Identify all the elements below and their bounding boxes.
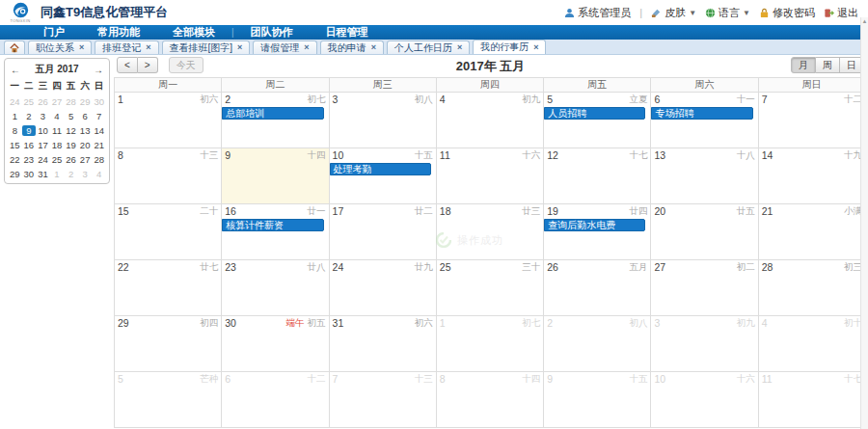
mini-next-month-button[interactable]: →: [94, 65, 103, 75]
mini-day[interactable]: 3: [36, 111, 50, 121]
mini-day[interactable]: 20: [78, 140, 93, 150]
logout-button[interactable]: 退出: [824, 6, 858, 20]
prev-month-button[interactable]: <: [117, 57, 138, 73]
day-cell[interactable]: 6十一专场招聘: [651, 93, 758, 148]
event-bar[interactable]: 专场招聘: [651, 107, 752, 120]
mini-day[interactable]: 2: [64, 169, 78, 179]
day-cell[interactable]: 16廿一核算计件薪资: [222, 204, 329, 260]
mini-day[interactable]: 11: [50, 125, 65, 136]
mini-day[interactable]: 26: [64, 154, 78, 165]
day-cell[interactable]: 10十五处理考勤: [329, 148, 436, 204]
mini-day[interactable]: 30: [92, 96, 106, 107]
mini-day[interactable]: 24: [8, 96, 22, 107]
change-password-button[interactable]: 修改密码: [759, 6, 815, 20]
mini-day[interactable]: 26: [36, 96, 50, 107]
day-cell[interactable]: 19廿四查询后勤水电费: [544, 204, 651, 260]
mini-day[interactable]: 22: [8, 154, 22, 165]
event-bar[interactable]: 核算计件薪资: [222, 219, 323, 231]
mini-day[interactable]: 12: [64, 125, 78, 136]
skin-menu[interactable]: 皮肤 ▼: [651, 6, 696, 20]
nav-item-3[interactable]: 全部模块: [156, 25, 231, 40]
nav-item-5[interactable]: 日程管理: [310, 25, 385, 40]
mini-day[interactable]: 5: [64, 111, 78, 121]
day-cell[interactable]: 31初六: [329, 316, 436, 372]
day-cell[interactable]: 1初七: [436, 316, 543, 372]
day-cell[interactable]: 28初三: [758, 260, 865, 316]
tab-home[interactable]: [4, 40, 25, 54]
day-cell[interactable]: 2初七总部培训: [222, 93, 329, 148]
mini-day[interactable]: 21: [92, 140, 106, 150]
mini-prev-month-button[interactable]: ←: [11, 65, 20, 75]
nav-item-4[interactable]: 团队协作: [234, 25, 310, 40]
day-cell[interactable]: 15二十: [115, 204, 222, 260]
day-cell[interactable]: 23廿八: [222, 260, 329, 316]
mini-day[interactable]: 28: [92, 154, 106, 165]
tab-7[interactable]: 我的行事历×: [473, 40, 546, 54]
day-cell[interactable]: 1初六: [115, 93, 222, 148]
tab-close-icon[interactable]: ×: [237, 43, 242, 52]
mini-day[interactable]: 1: [50, 169, 65, 179]
next-month-button[interactable]: >: [138, 57, 158, 73]
tab-4[interactable]: 请假管理×: [253, 40, 316, 54]
current-user[interactable]: 系统管理员: [564, 6, 631, 20]
day-cell[interactable]: 4初九: [436, 93, 543, 148]
day-cell[interactable]: 20廿五: [651, 204, 758, 260]
day-cell[interactable]: 24廿九: [329, 260, 436, 316]
day-cell[interactable]: 7十三: [329, 372, 436, 428]
tab-close-icon[interactable]: ×: [146, 43, 150, 52]
nav-item-1[interactable]: 门户: [27, 25, 81, 40]
view-button-月[interactable]: 月: [791, 57, 816, 73]
mini-day[interactable]: 23: [22, 154, 37, 165]
view-button-周[interactable]: 周: [816, 57, 840, 73]
day-cell[interactable]: 11十七: [758, 372, 865, 428]
tab-close-icon[interactable]: ×: [533, 43, 538, 52]
mini-day[interactable]: 18: [50, 140, 65, 150]
tab-5[interactable]: 我的申请×: [320, 40, 384, 54]
mini-day[interactable]: 24: [36, 154, 50, 165]
day-cell[interactable]: 7十二: [758, 93, 865, 148]
mini-day[interactable]: 15: [8, 140, 22, 150]
nav-item-2[interactable]: 常用功能: [81, 25, 156, 40]
mini-day[interactable]: 30: [22, 169, 37, 179]
day-cell[interactable]: 18廿三: [436, 204, 543, 260]
mini-day[interactable]: 19: [64, 140, 78, 150]
mini-day[interactable]: 14: [92, 125, 106, 136]
day-cell[interactable]: 9十五: [544, 372, 651, 428]
mini-day-selected[interactable]: 9: [22, 125, 37, 136]
day-cell[interactable]: 11十六: [436, 148, 543, 204]
mini-day[interactable]: 29: [8, 169, 22, 179]
tab-1[interactable]: 职位关系×: [28, 40, 92, 54]
day-cell[interactable]: 5立夏人员招聘: [544, 93, 651, 148]
day-cell[interactable]: 2初八: [544, 316, 651, 372]
event-bar[interactable]: 查询后勤水电费: [544, 219, 645, 231]
tab-close-icon[interactable]: ×: [371, 43, 376, 52]
day-cell[interactable]: 8十四: [436, 372, 543, 428]
mini-day[interactable]: 4: [50, 111, 65, 121]
day-cell[interactable]: 29初四: [115, 316, 222, 372]
day-cell[interactable]: 6十二: [222, 372, 329, 428]
mini-day[interactable]: 17: [36, 140, 50, 150]
day-cell[interactable]: 17廿二: [329, 204, 436, 260]
day-cell[interactable]: 4初十: [758, 316, 865, 372]
day-cell[interactable]: 13十八: [651, 148, 758, 204]
tab-6[interactable]: 个人工作日历×: [387, 40, 470, 54]
mini-day[interactable]: 13: [78, 125, 93, 136]
day-cell[interactable]: 30端午初五: [222, 316, 329, 372]
tab-close-icon[interactable]: ×: [457, 43, 462, 52]
mini-day[interactable]: 1: [8, 111, 22, 121]
mini-day[interactable]: 31: [36, 169, 50, 179]
day-cell[interactable]: 3初八: [329, 93, 436, 148]
day-cell[interactable]: 12十七: [544, 148, 651, 204]
day-cell[interactable]: 26五月: [544, 260, 651, 316]
day-cell[interactable]: 21小满: [758, 204, 865, 260]
day-cell[interactable]: 10十六: [651, 372, 758, 428]
event-bar[interactable]: 人员招聘: [544, 107, 645, 120]
day-cell[interactable]: 14十九: [758, 148, 865, 204]
day-cell[interactable]: 3初九: [651, 316, 758, 372]
day-cell[interactable]: 8十三: [115, 148, 222, 204]
mini-day[interactable]: 2: [22, 111, 37, 121]
language-menu[interactable]: 语言 ▼: [705, 6, 750, 20]
mini-day[interactable]: 4: [92, 169, 106, 179]
mini-day[interactable]: 8: [8, 125, 22, 136]
day-cell[interactable]: 22廿七: [115, 260, 222, 316]
